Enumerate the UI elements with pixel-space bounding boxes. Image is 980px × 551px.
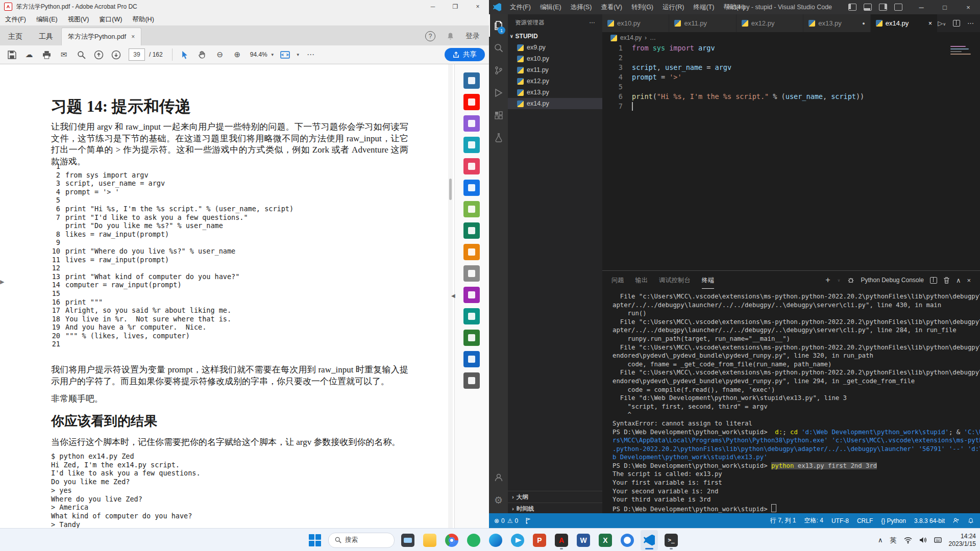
cloud-upload-icon[interactable]: ☁ bbox=[21, 47, 37, 62]
panel-tab-调试控制台[interactable]: 调试控制台 bbox=[659, 272, 691, 288]
file-explorer-icon[interactable] bbox=[421, 530, 438, 550]
create-pdf-icon[interactable] bbox=[463, 115, 480, 132]
explorer-icon[interactable]: 1 bbox=[489, 14, 508, 37]
combine-files-icon[interactable] bbox=[463, 180, 480, 196]
outline-section[interactable]: ›大纲 bbox=[508, 491, 602, 503]
status-item[interactable]: {} Python bbox=[881, 517, 906, 524]
zoom-level-value[interactable]: 94.4% bbox=[250, 51, 267, 58]
status-misc-icon[interactable] bbox=[525, 517, 531, 524]
terminal-icon[interactable]: >_ bbox=[663, 530, 680, 550]
share-button[interactable]: 共享 bbox=[445, 48, 485, 61]
toggle-secondary-sidebar-icon[interactable] bbox=[879, 4, 887, 11]
menu-item[interactable]: 窗口(W) bbox=[94, 15, 127, 24]
panel-tab-输出[interactable]: 输出 bbox=[635, 272, 648, 288]
taskbar-search[interactable]: 搜索 bbox=[328, 533, 395, 548]
menu-item[interactable]: 视图(V) bbox=[63, 15, 94, 24]
feedback-icon[interactable] bbox=[953, 517, 960, 524]
tools-panel-collapse-icon[interactable]: ◀ bbox=[451, 293, 455, 298]
fit-dropdown-caret-icon[interactable]: ▼ bbox=[296, 53, 300, 57]
file-item-ex14.py[interactable]: ex14.py bbox=[508, 98, 602, 109]
comment-icon[interactable] bbox=[463, 158, 480, 174]
tab-ex11.py[interactable]: ex11.py bbox=[669, 14, 736, 32]
tab-ex12.py[interactable]: ex12.py bbox=[737, 14, 803, 32]
ime-indicator[interactable]: 英 bbox=[890, 536, 897, 545]
menu-item[interactable]: 编辑(E) bbox=[31, 15, 63, 24]
warnings-indicator[interactable]: ⚠ 0 bbox=[507, 517, 518, 524]
minimap[interactable] bbox=[950, 44, 973, 56]
status-item[interactable]: CRLF bbox=[857, 517, 873, 524]
explorer-more-actions-icon[interactable]: ⋯ bbox=[590, 19, 596, 26]
organize-pages-icon[interactable] bbox=[463, 201, 480, 217]
terminal[interactable]: File "c:\Users\MCC\.vscode\extensions\ms… bbox=[602, 289, 980, 512]
search-icon[interactable] bbox=[489, 37, 508, 59]
file-item-ex11.py[interactable]: ex11.py bbox=[508, 64, 602, 76]
file-item-ex9.py[interactable]: ex9.py bbox=[508, 42, 602, 53]
powerpoint-icon[interactable]: P bbox=[531, 530, 548, 550]
help-icon[interactable]: ? bbox=[425, 31, 435, 41]
find-icon[interactable] bbox=[74, 47, 89, 62]
tab-ex10.py[interactable]: ex10.py bbox=[602, 14, 669, 32]
previous-page-icon[interactable] bbox=[91, 47, 106, 62]
login-link[interactable]: 登录 bbox=[465, 32, 480, 41]
editor-more-actions-icon[interactable]: ⋯ bbox=[967, 19, 974, 27]
acrobat-close-button[interactable]: × bbox=[467, 0, 489, 13]
measure-icon[interactable] bbox=[463, 265, 480, 282]
acrobat-minimize-button[interactable]: ─ bbox=[422, 0, 444, 13]
breadcrumb-file[interactable]: ex14.py bbox=[620, 34, 642, 41]
breadcrumb[interactable]: ex14.py › … bbox=[602, 32, 980, 43]
taskbar-clock[interactable]: 14:24 2023/1/15 bbox=[949, 533, 976, 548]
file-item-ex12.py[interactable]: ex12.py bbox=[508, 76, 602, 87]
fit-width-icon[interactable] bbox=[278, 47, 293, 62]
status-item[interactable]: UTF-8 bbox=[831, 517, 849, 524]
status-item[interactable]: 空格: 4 bbox=[804, 516, 823, 525]
protect-icon[interactable] bbox=[463, 351, 480, 367]
terminal-instance-label[interactable]: Python Debug Console bbox=[861, 277, 923, 284]
split-terminal-icon[interactable] bbox=[930, 277, 937, 284]
export-pdf-icon[interactable] bbox=[463, 94, 480, 110]
folder-stupid[interactable]: ∨ STUPID bbox=[508, 31, 602, 42]
acrobat-icon[interactable]: A bbox=[553, 530, 570, 550]
timeline-section[interactable]: ›时间线 bbox=[508, 503, 602, 514]
run-debug-icon[interactable] bbox=[489, 82, 508, 104]
green-app-icon[interactable] bbox=[465, 530, 482, 550]
word-icon[interactable]: W bbox=[575, 530, 592, 550]
tab-document[interactable]: 笨方法学Python.pdf × bbox=[61, 28, 141, 45]
menu-item[interactable]: 查看(V) bbox=[596, 3, 627, 12]
next-page-icon[interactable] bbox=[108, 47, 124, 62]
toggle-panel-icon[interactable] bbox=[864, 4, 872, 11]
notification-bell-icon[interactable] bbox=[447, 32, 454, 40]
vscode-minimize-button[interactable]: ─ bbox=[910, 0, 933, 14]
status-item[interactable]: 3.8.3 64-bit bbox=[914, 517, 945, 524]
file-item-ex10.py[interactable]: ex10.py bbox=[508, 53, 602, 64]
print-icon[interactable] bbox=[39, 47, 54, 62]
toolbar-more-icon[interactable]: ⋯ bbox=[303, 47, 318, 62]
edit-pdf-icon[interactable] bbox=[463, 137, 480, 153]
touch-keyboard-icon[interactable] bbox=[934, 537, 942, 543]
acrobat-titlebar[interactable]: A 笨方法学Python.pdf - Adobe Acrobat Pro DC … bbox=[0, 0, 489, 13]
hand-tool-icon[interactable] bbox=[195, 47, 210, 62]
compress-pdf-icon[interactable] bbox=[463, 222, 480, 239]
select-tool-icon[interactable] bbox=[178, 47, 193, 62]
wifi-icon[interactable] bbox=[904, 537, 912, 543]
ring-app-icon[interactable] bbox=[619, 530, 636, 550]
chrome-icon[interactable] bbox=[443, 530, 460, 550]
stamp-icon[interactable] bbox=[463, 330, 480, 346]
document-tab-close-icon[interactable]: × bbox=[131, 33, 135, 40]
code-editor[interactable]: 1from sys import argv23script, user_name… bbox=[602, 43, 980, 270]
breadcrumb-more[interactable]: … bbox=[650, 34, 656, 41]
settings-gear-icon[interactable]: ⚙ bbox=[489, 489, 508, 511]
vscode-close-button[interactable]: × bbox=[957, 0, 980, 14]
terminal-dropdown-caret-icon[interactable]: ∨ bbox=[838, 278, 841, 283]
app-window-icon[interactable] bbox=[399, 530, 416, 550]
acrobat-maximize-button[interactable]: ❐ bbox=[444, 0, 467, 13]
close-tab-icon[interactable]: × bbox=[928, 20, 932, 27]
page-number-input[interactable]: 39 bbox=[129, 48, 145, 61]
toggle-sidebar-icon[interactable] bbox=[848, 4, 856, 11]
menu-item[interactable]: 运行(R) bbox=[658, 3, 689, 12]
tab-ex14.py[interactable]: ex14.py× bbox=[871, 14, 938, 32]
source-control-icon[interactable] bbox=[489, 59, 508, 82]
extensions-icon[interactable] bbox=[489, 104, 508, 127]
menu-item[interactable]: 终端(T) bbox=[689, 3, 719, 12]
split-editor-icon[interactable] bbox=[953, 20, 960, 27]
tab-ex13.py[interactable]: ex13.py● bbox=[803, 14, 870, 32]
